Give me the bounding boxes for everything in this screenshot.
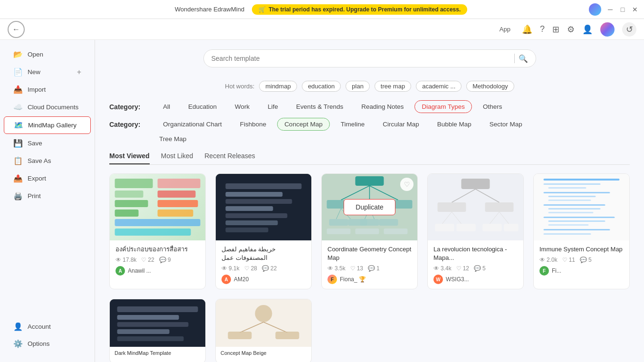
template-card[interactable]: Concept Map Beige bbox=[215, 299, 312, 362]
cat2-tree-map[interactable]: Tree Map bbox=[152, 133, 193, 145]
maximize-button[interactable]: □ bbox=[619, 6, 626, 13]
cat2-timeline[interactable]: Timeline bbox=[334, 118, 372, 131]
sidebar-item-account[interactable]: 👤 Account bbox=[4, 318, 91, 335]
hot-word-treemap[interactable]: tree map bbox=[375, 81, 411, 92]
cat-all[interactable]: All bbox=[156, 100, 177, 113]
template-card[interactable]: La revolucion tecnologica - Mapa... 👁 3.… bbox=[427, 173, 524, 289]
tab-most-liked[interactable]: Most Liked bbox=[161, 152, 193, 164]
favorite-button[interactable]: ♡ bbox=[400, 178, 413, 191]
template-card[interactable]: องค์ประกอบของการสื่อสาร 👁 17.8k ♡ 22 💬 9… bbox=[109, 173, 206, 289]
help-icon[interactable]: ? bbox=[540, 24, 545, 34]
svg-line-44 bbox=[500, 212, 509, 224]
cat2-fishbone[interactable]: Fishbone bbox=[233, 118, 274, 131]
cat-education[interactable]: Education bbox=[181, 100, 224, 113]
hot-words-row: Hot words: mindmap education plan tree m… bbox=[109, 81, 630, 92]
cat-life[interactable]: Life bbox=[260, 100, 285, 113]
svg-rect-14 bbox=[226, 206, 273, 211]
sidebar-item-saveas[interactable]: 📋 Save As bbox=[4, 152, 91, 169]
apps-icon[interactable]: ⊞ bbox=[552, 24, 559, 35]
category-row-1: Category: All Education Work Life Events… bbox=[109, 100, 630, 113]
cat2-circular[interactable]: Circular Map bbox=[375, 118, 426, 131]
author-avatar: A bbox=[221, 275, 231, 284]
cat-work[interactable]: Work bbox=[228, 100, 257, 113]
template-card[interactable]: Duplicate ♡ Coordinate Geometry Concept … bbox=[321, 173, 418, 289]
svg-rect-62 bbox=[544, 229, 610, 230]
cat-others[interactable]: Others bbox=[476, 100, 509, 113]
template-card[interactable]: Dark MindMap Template bbox=[109, 299, 206, 362]
views-count: 👁 17.8k bbox=[115, 257, 136, 263]
template-card[interactable]: خريطة مفاهيم لفصل المصنفوفات عمل 👁 9.1k … bbox=[215, 173, 312, 289]
cat-events[interactable]: Events & Trends bbox=[289, 100, 350, 113]
duplicate-button[interactable]: Duplicate bbox=[344, 199, 395, 215]
template-author: F Fiona_ 🏆 bbox=[327, 275, 412, 284]
template-title: Coordinate Geometry Concept Map bbox=[327, 245, 412, 262]
template-thumbnail bbox=[534, 174, 629, 240]
hot-word-mindmap[interactable]: mindmap bbox=[259, 81, 297, 92]
eye-icon: 👁 bbox=[115, 257, 121, 263]
trial-banner[interactable]: 🛒 The trial period has expired. Upgrade … bbox=[252, 4, 467, 15]
cat2-sector[interactable]: Sector Map bbox=[482, 118, 529, 131]
svg-line-43 bbox=[490, 212, 500, 224]
minimize-button[interactable]: ─ bbox=[607, 6, 614, 13]
template-info: องค์ประกอบของการสื่อสาร 👁 17.8k ♡ 22 💬 9… bbox=[110, 240, 205, 280]
secondary-toolbar: ← App 🔔 ? ⊞ ⚙ 👤 ↺ bbox=[0, 19, 644, 40]
likes-count: ♡ 11 bbox=[562, 257, 575, 263]
profile-avatar[interactable] bbox=[600, 22, 615, 37]
author-name: WSIG3... bbox=[446, 276, 469, 283]
category-row-2: Category: Organizational Chart Fishbone … bbox=[109, 118, 630, 131]
trial-text: The trial period has expired. Upgrade to… bbox=[269, 6, 461, 13]
svg-rect-59 bbox=[544, 217, 615, 218]
svg-rect-55 bbox=[548, 200, 591, 201]
hot-word-education[interactable]: education bbox=[302, 81, 341, 92]
hot-word-methodology[interactable]: Methodology bbox=[466, 81, 514, 92]
sidebar-item-options[interactable]: ⚙️ Options bbox=[4, 335, 91, 352]
search-input[interactable] bbox=[211, 55, 510, 62]
sidebar-label-account: Account bbox=[28, 323, 51, 330]
settings-icon[interactable]: ⚙ bbox=[567, 24, 575, 35]
template-info: Immune System Concept Map 👁 2.0k ♡ 11 💬 … bbox=[534, 240, 629, 280]
back-button[interactable]: ← bbox=[8, 21, 25, 38]
svg-rect-48 bbox=[504, 224, 519, 231]
sidebar-item-print[interactable]: 🖨️ Print bbox=[4, 188, 91, 204]
cat2-org-chart[interactable]: Organizational Chart bbox=[156, 118, 229, 131]
refresh-icon[interactable]: ↺ bbox=[622, 22, 636, 37]
eye-icon: 👁 bbox=[221, 265, 227, 272]
svg-rect-9 bbox=[115, 229, 191, 236]
sidebar-item-cloud[interactable]: ☁️ Cloud Documents bbox=[4, 99, 91, 115]
tab-recent[interactable]: Recent Releases bbox=[204, 152, 255, 164]
template-meta: 👁 3.5k ♡ 13 💬 1 bbox=[327, 265, 412, 272]
svg-rect-52 bbox=[548, 187, 586, 189]
cat-diagram-types[interactable]: Diagram Types bbox=[414, 100, 472, 113]
close-button[interactable]: ✕ bbox=[632, 6, 638, 13]
sidebar-item-new[interactable]: 📄 New + bbox=[4, 64, 91, 80]
hot-word-academic[interactable]: academic ... bbox=[416, 81, 461, 92]
notification-icon[interactable]: 🔔 bbox=[522, 24, 532, 35]
app-button[interactable]: App bbox=[496, 24, 514, 35]
svg-rect-45 bbox=[435, 224, 454, 231]
new-icon: 📄 bbox=[13, 67, 23, 76]
cat2-bubble[interactable]: Bubble Map bbox=[430, 118, 479, 131]
save-icon: 💾 bbox=[13, 139, 23, 148]
likes-count: ♡ 13 bbox=[350, 265, 363, 272]
svg-rect-0 bbox=[115, 179, 153, 188]
sidebar-item-save[interactable]: 💾 Save bbox=[4, 135, 91, 152]
svg-rect-51 bbox=[544, 183, 601, 185]
tab-most-viewed[interactable]: Most Viewed bbox=[109, 152, 150, 164]
svg-rect-65 bbox=[117, 306, 198, 312]
sidebar-item-open[interactable]: 📂 Open bbox=[4, 46, 91, 63]
search-icon[interactable]: 🔍 bbox=[519, 54, 528, 63]
user-avatar[interactable] bbox=[589, 3, 601, 16]
more-icon[interactable]: 👤 bbox=[582, 24, 593, 35]
hot-word-plan[interactable]: plan bbox=[346, 81, 370, 92]
sidebar-item-export[interactable]: 📤 Export bbox=[4, 170, 91, 187]
template-info: خريطة مفاهيم لفصل المصنفوفات عمل 👁 9.1k … bbox=[216, 240, 311, 289]
cloud-icon: ☁️ bbox=[13, 103, 23, 112]
template-info: Coordinate Geometry Concept Map 👁 3.5k ♡… bbox=[322, 240, 417, 289]
cat2-concept-map[interactable]: Concept Map bbox=[277, 118, 329, 131]
sidebar-item-gallery[interactable]: 🗺️ MindMap Gallery bbox=[4, 116, 91, 134]
svg-rect-5 bbox=[158, 191, 196, 198]
sidebar-item-import[interactable]: 📥 Import bbox=[4, 81, 91, 98]
account-icon: 👤 bbox=[13, 322, 23, 331]
cat-reading[interactable]: Reading Notes bbox=[354, 100, 411, 113]
template-card[interactable]: Immune System Concept Map 👁 2.0k ♡ 11 💬 … bbox=[533, 173, 630, 289]
